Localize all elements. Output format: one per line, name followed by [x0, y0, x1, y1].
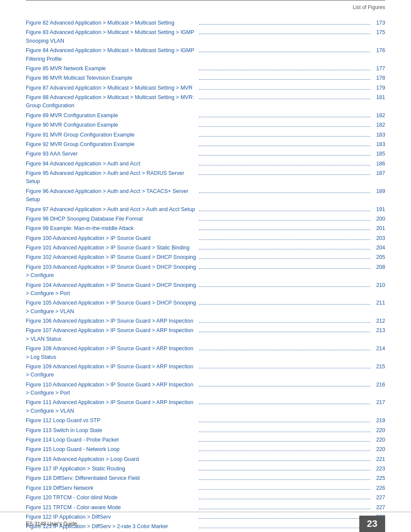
- toc-entry[interactable]: Figure 102 Advanced Application > IP Sou…: [26, 253, 385, 261]
- toc-entry-label[interactable]: Figure 89 MVR Configuration Example: [26, 112, 197, 120]
- toc-page-number: 187: [372, 169, 385, 177]
- toc-content: Figure 82 Advanced Application > Multica…: [26, 19, 385, 532]
- toc-entry[interactable]: Figure 120 TRTCM - Color-blind Mode227: [26, 494, 385, 502]
- toc-entry[interactable]: Figure 89 MVR Configuration Example182: [26, 112, 385, 120]
- toc-entry[interactable]: Figure 106 Advanced Application > IP Sou…: [26, 317, 385, 325]
- toc-entry-label[interactable]: Figure 98 DHCP Snooping Database File Fo…: [26, 215, 197, 223]
- toc-entry[interactable]: Figure 108 Advanced Application > IP Sou…: [26, 345, 385, 361]
- toc-entry-label[interactable]: Figure 82 Advanced Application > Multica…: [26, 19, 197, 27]
- toc-entry[interactable]: Figure 119 DiffServ Network226: [26, 484, 385, 492]
- toc-entry-label[interactable]: Figure 113 Switch in Loop State: [26, 426, 197, 435]
- toc-entry-label[interactable]: Figure 91 MVR Group Configuration Exampl…: [26, 131, 197, 139]
- toc-dots: [199, 24, 371, 25]
- toc-entry-label[interactable]: Figure 107 Advanced Application > IP Sou…: [26, 327, 197, 343]
- toc-entry[interactable]: Figure 90 MVR Configuration Example182: [26, 121, 385, 129]
- toc-entry[interactable]: Figure 109 Advanced Application > IP Sou…: [26, 363, 385, 380]
- toc-entry[interactable]: Figure 121 TRTCM - Color-aware Mode227: [26, 504, 385, 512]
- toc-entry-label[interactable]: Figure 99 Example: Man-in-the-middle Att…: [26, 224, 197, 233]
- toc-entry[interactable]: Figure 98 DHCP Snooping Database File Fo…: [26, 215, 385, 223]
- toc-page-number: 220: [372, 426, 385, 435]
- toc-dots: [199, 460, 371, 461]
- toc-entry[interactable]: Figure 113 Switch in Loop State220: [26, 426, 385, 435]
- toc-entry[interactable]: Figure 100 Advanced Application > IP Sou…: [26, 234, 385, 243]
- toc-entry-label[interactable]: Figure 88 Advanced Application > Multica…: [26, 93, 197, 110]
- toc-dots: [199, 52, 371, 52]
- toc-page-number: 227: [372, 494, 385, 502]
- toc-entry[interactable]: Figure 99 Example: Man-in-the-middle Att…: [26, 224, 385, 233]
- toc-entry-label[interactable]: Figure 110 Advanced Application > IP Sou…: [26, 381, 197, 398]
- toc-dots: [199, 249, 371, 249]
- toc-entry-label[interactable]: Figure 115 Loop Guard - Network Loop: [26, 445, 197, 454]
- toc-entry-label[interactable]: Figure 83 Advanced Application > Multica…: [26, 28, 197, 45]
- toc-page-number: 176: [372, 47, 385, 55]
- toc-entry-label[interactable]: Figure 117 IP Application > Static Routi…: [26, 465, 197, 473]
- toc-entry-label[interactable]: Figure 112 Loop Guard vs STP: [26, 417, 197, 425]
- toc-entry-label[interactable]: Figure 121 TRTCM - Color-aware Mode: [26, 504, 197, 512]
- toc-entry-label[interactable]: Figure 94 Advanced Application > Auth an…: [26, 160, 197, 168]
- toc-entry-label[interactable]: Figure 97 Advanced Application > Auth an…: [26, 205, 197, 214]
- toc-entry[interactable]: Figure 93 AAA Server185: [26, 150, 385, 158]
- toc-entry[interactable]: Figure 92 MVR Group Configuration Exampl…: [26, 140, 385, 149]
- toc-page-number: 214: [372, 345, 385, 353]
- toc-dots: [199, 117, 371, 117]
- toc-entry[interactable]: Figure 104 Advanced Application > IP Sou…: [26, 281, 385, 298]
- header-title: List of Figures: [26, 4, 385, 10]
- toc-entry[interactable]: Figure 85 MVR Network Example177: [26, 65, 385, 73]
- toc-entry-label[interactable]: Figure 95 Advanced Application > Auth an…: [26, 169, 197, 186]
- toc-entry[interactable]: Figure 82 Advanced Application > Multica…: [26, 19, 385, 27]
- toc-entry-label[interactable]: Figure 118 DiffServ: Differentiated Serv…: [26, 474, 197, 482]
- toc-entry-label[interactable]: Figure 101 Advanced Application > IP Sou…: [26, 244, 197, 252]
- toc-entry-label[interactable]: Figure 96 Advanced Application > Auth an…: [26, 187, 197, 204]
- toc-entry[interactable]: Figure 112 Loop Guard vs STP219: [26, 417, 385, 425]
- toc-entry-label[interactable]: Figure 102 Advanced Application > IP Sou…: [26, 253, 197, 261]
- toc-entry-label[interactable]: Figure 119 DiffServ Network: [26, 484, 197, 492]
- toc-page-number: 183: [372, 131, 385, 139]
- toc-entry-label[interactable]: Figure 85 MVR Network Example: [26, 65, 197, 73]
- toc-entry-label[interactable]: Figure 108 Advanced Application > IP Sou…: [26, 345, 197, 361]
- toc-entry-label[interactable]: Figure 105 Advanced Application > IP Sou…: [26, 299, 197, 316]
- toc-entry[interactable]: Figure 117 IP Application > Static Routi…: [26, 465, 385, 473]
- toc-entry[interactable]: Figure 87 Advanced Application > Multica…: [26, 84, 385, 92]
- toc-entry-label[interactable]: Figure 120 TRTCM - Color-blind Mode: [26, 494, 197, 502]
- toc-entry[interactable]: Figure 103 Advanced Application > IP Sou…: [26, 263, 385, 280]
- toc-entry[interactable]: Figure 86 MVR Multicast Television Examp…: [26, 74, 385, 82]
- toc-entry[interactable]: Figure 105 Advanced Application > IP Sou…: [26, 299, 385, 316]
- toc-entry-label[interactable]: Figure 114 Loop Guard - Probe Packet: [26, 436, 197, 444]
- toc-entry-label[interactable]: Figure 92 MVR Group Configuration Exampl…: [26, 140, 197, 149]
- toc-entry-label[interactable]: Figure 106 Advanced Application > IP Sou…: [26, 317, 197, 325]
- toc-entry[interactable]: Figure 101 Advanced Application > IP Sou…: [26, 244, 385, 252]
- toc-dots: [199, 258, 371, 259]
- toc-entry[interactable]: Figure 111 Advanced Application > IP Sou…: [26, 398, 385, 415]
- toc-entry[interactable]: Figure 83 Advanced Application > Multica…: [26, 28, 385, 45]
- toc-entry[interactable]: Figure 116 Advanced Application > Loop G…: [26, 455, 385, 464]
- toc-entry-label[interactable]: Figure 84 Advanced Application > Multica…: [26, 47, 197, 63]
- toc-entry[interactable]: Figure 95 Advanced Application > Auth an…: [26, 169, 385, 186]
- toc-entry[interactable]: Figure 115 Loop Guard - Network Loop220: [26, 445, 385, 454]
- toc-entry-label[interactable]: Figure 90 MVR Configuration Example: [26, 121, 197, 129]
- toc-entry-label[interactable]: Figure 109 Advanced Application > IP Sou…: [26, 363, 197, 380]
- toc-dots: [199, 509, 371, 509]
- toc-entry[interactable]: Figure 94 Advanced Application > Auth an…: [26, 160, 385, 168]
- toc-entry-label[interactable]: Figure 103 Advanced Application > IP Sou…: [26, 263, 197, 280]
- toc-entry-label[interactable]: Figure 93 AAA Server: [26, 150, 197, 158]
- toc-dots: [199, 146, 371, 146]
- toc-page-number: 182: [372, 112, 385, 120]
- toc-entry[interactable]: Figure 88 Advanced Application > Multica…: [26, 93, 385, 110]
- toc-entry[interactable]: Figure 110 Advanced Application > IP Sou…: [26, 381, 385, 398]
- toc-entry-label[interactable]: Figure 111 Advanced Application > IP Sou…: [26, 398, 197, 415]
- toc-entry[interactable]: Figure 96 Advanced Application > Auth an…: [26, 187, 385, 204]
- toc-entry[interactable]: Figure 91 MVR Group Configuration Exampl…: [26, 131, 385, 139]
- toc-entry[interactable]: Figure 107 Advanced Application > IP Sou…: [26, 327, 385, 343]
- toc-dots: [199, 386, 371, 386]
- toc-entry[interactable]: Figure 97 Advanced Application > Auth an…: [26, 205, 385, 214]
- toc-entry-label[interactable]: Figure 86 MVR Multicast Television Examp…: [26, 74, 197, 82]
- toc-entry-label[interactable]: Figure 116 Advanced Application > Loop G…: [26, 455, 197, 464]
- toc-entry[interactable]: Figure 114 Loop Guard - Probe Packet220: [26, 436, 385, 444]
- toc-entry-label[interactable]: Figure 100 Advanced Application > IP Sou…: [26, 234, 197, 243]
- toc-dots: [199, 165, 371, 165]
- toc-entry[interactable]: Figure 118 DiffServ: Differentiated Serv…: [26, 474, 385, 482]
- toc-entry[interactable]: Figure 84 Advanced Application > Multica…: [26, 47, 385, 63]
- toc-page-number: 186: [372, 160, 385, 168]
- toc-entry-label[interactable]: Figure 87 Advanced Application > Multica…: [26, 84, 197, 92]
- toc-entry-label[interactable]: Figure 104 Advanced Application > IP Sou…: [26, 281, 197, 298]
